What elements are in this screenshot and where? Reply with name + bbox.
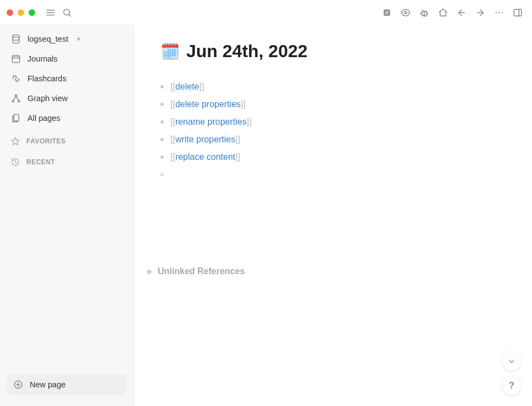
svg-point-6 xyxy=(404,11,407,14)
history-icon xyxy=(11,158,20,166)
unlinked-references-label: Unlinked References xyxy=(158,266,245,276)
sidebar-item-graph-view[interactable]: Graph view xyxy=(0,88,134,108)
page-link[interactable]: replace content xyxy=(175,152,235,162)
home-icon[interactable] xyxy=(437,7,448,18)
sidebar: logseq_test ▾ Journals Flashcards Graph … xyxy=(0,25,134,406)
page-link[interactable]: write properties xyxy=(175,135,235,144)
maximize-window-button[interactable] xyxy=(29,9,35,16)
caret-right-icon: ▶ xyxy=(147,268,152,275)
more-icon[interactable] xyxy=(494,7,505,18)
search-icon[interactable] xyxy=(62,7,73,18)
calendar-icon xyxy=(11,54,21,64)
empty-block[interactable] xyxy=(160,166,506,179)
svg-line-4 xyxy=(69,14,70,16)
sidebar-item-label: All pages xyxy=(27,114,60,123)
svg-line-23 xyxy=(16,96,19,101)
svg-line-27 xyxy=(15,162,16,163)
back-icon[interactable] xyxy=(456,7,467,18)
svg-line-22 xyxy=(13,96,16,101)
minimize-window-button[interactable] xyxy=(18,9,24,16)
block[interactable]: [[rename properties]] xyxy=(160,113,506,131)
svg-rect-12 xyxy=(514,9,522,16)
new-page-button[interactable]: New page xyxy=(7,374,127,395)
plugin-icon[interactable] xyxy=(419,7,430,18)
main-content: 🗓️ Jun 24th, 2022 [[delete]] [[delete pr… xyxy=(134,25,532,406)
svg-point-9 xyxy=(496,12,497,13)
page-title-text: Jun 24th, 2022 xyxy=(186,41,308,62)
infinity-icon xyxy=(11,74,21,84)
sidebar-item-label: Flashcards xyxy=(27,74,66,83)
svg-point-14 xyxy=(13,35,19,38)
bullet-icon[interactable] xyxy=(160,155,164,159)
database-icon xyxy=(11,34,21,44)
pages-icon xyxy=(11,113,21,123)
unlinked-references-toggle[interactable]: ▶ Unlinked References xyxy=(147,266,506,276)
bullet-icon[interactable] xyxy=(160,173,164,176)
recent-section[interactable]: RECENT xyxy=(0,149,134,170)
block[interactable]: [[write properties]] xyxy=(160,131,506,148)
sidebar-item-all-pages[interactable]: All pages xyxy=(0,108,134,128)
block[interactable]: [[delete properties]] xyxy=(160,96,506,113)
window-controls xyxy=(7,9,35,16)
help-button[interactable]: ? xyxy=(502,376,521,395)
favorites-section[interactable]: FAVORITES xyxy=(0,128,134,149)
close-window-button[interactable] xyxy=(7,9,13,16)
new-page-label: New page xyxy=(30,380,65,389)
svg-point-10 xyxy=(498,12,500,13)
plus-circle-icon xyxy=(13,380,23,390)
block[interactable]: [[replace content]] xyxy=(160,148,506,166)
page-link[interactable]: rename properties xyxy=(175,117,247,126)
svg-marker-25 xyxy=(12,137,19,144)
bullet-icon[interactable] xyxy=(160,103,164,106)
right-sidebar-toggle-icon[interactable] xyxy=(512,7,523,18)
eye-icon[interactable] xyxy=(400,7,411,18)
block[interactable]: [[delete]] xyxy=(160,78,506,96)
menu-icon[interactable] xyxy=(45,7,56,18)
page-link[interactable]: delete properties xyxy=(175,99,241,109)
sidebar-item-label: Journals xyxy=(27,54,58,63)
svg-point-3 xyxy=(64,9,70,15)
recent-label: RECENT xyxy=(26,158,55,166)
bullet-icon[interactable] xyxy=(160,120,164,124)
sidebar-item-journals[interactable]: Journals xyxy=(0,49,134,69)
scroll-down-button[interactable] xyxy=(502,352,521,371)
page-icon: 🗓️ xyxy=(160,42,180,60)
graph-icon xyxy=(11,93,21,103)
edit-icon[interactable] xyxy=(381,7,392,18)
forward-icon[interactable] xyxy=(475,7,486,18)
sidebar-item-flashcards[interactable]: Flashcards xyxy=(0,69,134,88)
graph-switcher[interactable]: logseq_test ▾ xyxy=(0,29,134,49)
favorites-label: FAVORITES xyxy=(26,137,66,145)
svg-rect-15 xyxy=(12,56,20,63)
block-list: [[delete]] [[delete properties]] [[renam… xyxy=(160,78,506,179)
svg-point-11 xyxy=(501,12,502,13)
graph-name: logseq_test xyxy=(27,35,68,43)
page-link[interactable]: delete xyxy=(175,82,199,91)
bullet-icon[interactable] xyxy=(160,138,164,141)
svg-rect-24 xyxy=(14,114,19,121)
sidebar-item-label: Graph view xyxy=(27,94,68,103)
chevron-down-icon: ▾ xyxy=(77,35,80,43)
bullet-icon[interactable] xyxy=(160,85,164,88)
page-title[interactable]: 🗓️ Jun 24th, 2022 xyxy=(160,41,506,62)
star-icon xyxy=(11,137,20,146)
titlebar xyxy=(0,0,532,25)
